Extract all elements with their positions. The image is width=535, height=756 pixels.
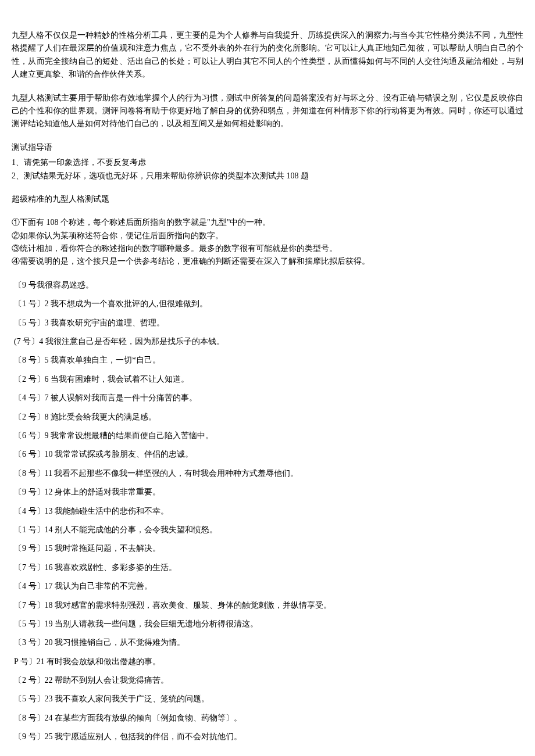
question-item: 〔8 号〕5 我喜欢单独自主，一切*自己。 (12, 354, 523, 367)
subheading: 超级精准的九型人格测试题 (12, 193, 523, 206)
guide-list: 1、请凭第一印象选择，不要反复考虑 2、测试结果无好坏，选项也无好坏，只用来帮助… (12, 156, 523, 182)
questions-list: 〔9 号我很容易迷惑。〔1 号〕2 我不想成为一个喜欢批评的人,但很难做到。〔5… (12, 279, 523, 744)
question-item: 〔6 号〕9 我常常设想最糟的结果而使自己陷入苦恼中。 (12, 429, 523, 442)
question-item: 〔7 号〕16 我喜欢戏剧性、多彩多姿的生活。 (12, 561, 523, 574)
intro-paragraph-1: 九型人格不仅仅是一种精妙的性格分析工具，更主要的是为个人修养与自我提升、历练提供… (12, 29, 523, 81)
guide-heading: 测试指导语 (12, 141, 523, 154)
intro-paragraph-2: 九型人格测试主要用于帮助你有效地掌握个人的行为习惯，测试中所答复的问题答案没有好… (12, 92, 523, 131)
question-item: 〔5 号〕23 我不喜欢人家问我关于广泛、笼统的问题。 (12, 693, 523, 705)
rule-4: ④需要说明的是，这个接只是一个供参考结论，更准确的判断还需要在深入了解和揣摩比拟… (12, 255, 523, 268)
rule-3: ③统计相加，看你符合的称述指向的数字哪种最多。最多的数字很有可能就是你的类型号。 (12, 242, 523, 255)
question-item: 〔7 号〕18 我对感官的需求特别强烈，喜欢美食、服装、身体的触觉刺激，并纵情享… (12, 599, 523, 612)
question-item: (7 号〕4 我很注意自己是否年轻，因为那是找乐子的本钱。 (12, 335, 523, 348)
question-item: 〔9 号〕15 我时常拖延问题，不去解决。 (12, 542, 523, 555)
question-item: 〔5 号〕19 当别人请教我一些问题，我会巨细无遗地分析得很清这。 (12, 618, 523, 630)
rules-list: ①下面有 108 个称述，每个称述后面所指向的数字就是"九型"中的一种。 ②如果… (12, 216, 523, 268)
question-item: 〔5 号〕3 我喜欢研究宇宙的道理、哲理。 (12, 317, 523, 329)
question-item: 〔6 号〕10 我常常试探或考脸朋友、伴侣的忠诚。 (12, 448, 523, 461)
question-item: 〔4 号〕13 我能触碰生活中的悲伤和不幸。 (12, 505, 523, 518)
question-item: 〔8 号〕11 我看不起那些不像我一样坚强的人，有时我会用种种方式羞辱他们。 (12, 467, 523, 480)
guide-item-1: 1、请凭第一印象选择，不要反复考虑 (12, 156, 523, 169)
question-item: 〔9 号〕12 身体上的舒适对我非常重要。 (12, 486, 523, 499)
question-item: 〔4 号〕7 被人误解对我而言是一件十分痛苦的事。 (12, 392, 523, 404)
question-item: 〔9 号〕25 我宁愿适应别人，包括我的伴侣，而不会对抗他们。 (12, 730, 523, 743)
guide-item-2: 2、测试结果无好坏，选项也无好坏，只用来帮助你辨识你的类型本次测试共 108 题 (12, 170, 523, 182)
question-item: 〔1 号〕14 别人不能完成他的分事，会令我失望和愤怒。 (12, 524, 523, 536)
question-item: 〔2 号〕8 施比受会给我更大的满足感。 (12, 411, 523, 424)
rule-2: ②如果你认为某项称述符合你，便记住后面所指向的数字。 (12, 230, 523, 242)
question-item: 〔3 号〕20 我习惯推销自己，从不觉得难为情。 (12, 636, 523, 649)
question-item: 〔2 号〕6 当我有困难时，我会试着不让人知道。 (12, 373, 523, 386)
question-item: P 号〕21 有时我会放纵和做出僭越的事。 (12, 655, 523, 668)
question-item: 〔4 号〕17 我认为自己非常的不完善。 (12, 580, 523, 593)
question-item: 〔1 号〕2 我不想成为一个喜欢批评的人,但很难做到。 (12, 298, 523, 310)
question-item: 〔2 号〕22 帮助不到别人会让我觉得痛苦。 (12, 674, 523, 687)
question-item: 〔8 号〕24 在某些方面我有放纵的倾向〔例如食物、药物等〕。 (12, 712, 523, 725)
rule-1: ①下面有 108 个称述，每个称述后面所指向的数字就是"九型"中的一种。 (12, 216, 523, 229)
question-item: 〔9 号我很容易迷惑。 (12, 279, 523, 292)
